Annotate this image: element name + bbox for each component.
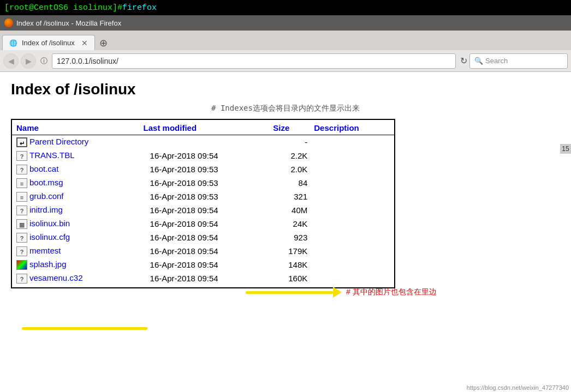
- file-link[interactable]: TRANS.TBL: [29, 150, 75, 160]
- file-modified: 16-Apr-2018 09:54: [141, 231, 271, 244]
- file-size: 24K: [271, 217, 312, 231]
- file-icon: ≡: [16, 178, 27, 188]
- file-description: [312, 149, 394, 162]
- file-link[interactable]: vesamenu.c32: [29, 273, 83, 282]
- file-name-cell: ▦isolinux.bin: [12, 217, 141, 231]
- annotation-area: Name Last modified Size Description ↵Par…: [11, 119, 560, 291]
- file-icon: ▦: [16, 219, 27, 229]
- file-link[interactable]: initrd.img: [29, 205, 63, 214]
- file-link[interactable]: isolinux.bin: [29, 219, 70, 228]
- arrow-shaft: [246, 291, 333, 294]
- tab-label: Index of /isolinux: [22, 39, 75, 47]
- url-text: 127.0.0.1/isolinux/: [57, 57, 118, 65]
- search-placeholder: Search: [485, 57, 508, 65]
- terminal-command: firefox: [122, 3, 157, 13]
- col-description: Description: [312, 122, 394, 135]
- file-link[interactable]: splash.jpg: [29, 260, 67, 269]
- browser-tab[interactable]: 🌐 Index of /isolinux ✕: [2, 35, 95, 50]
- file-link[interactable]: memtest: [29, 246, 61, 255]
- forward-button[interactable]: ▶: [21, 53, 36, 69]
- file-modified: 16-Apr-2018 09:54: [141, 203, 271, 217]
- tab-bar: 🌐 Index of /isolinux ✕ ⊕: [0, 31, 571, 50]
- file-size: 2.0K: [271, 162, 312, 176]
- page-title: Index of /isolinux: [11, 81, 560, 98]
- file-icon: ≡: [16, 192, 27, 202]
- file-link[interactable]: boot.msg: [29, 178, 63, 187]
- new-tab-button[interactable]: ⊕: [95, 37, 112, 49]
- file-icon: ?: [16, 165, 27, 174]
- file-name-cell: ≡boot.msg: [12, 176, 141, 190]
- file-icon: ?: [16, 246, 27, 256]
- table-row: ?initrd.img16-Apr-2018 09:5440M: [12, 203, 394, 217]
- table-row: ≡grub.conf16-Apr-2018 09:53321: [12, 190, 394, 203]
- search-box[interactable]: 🔍 Search: [469, 53, 568, 69]
- file-name-cell: ?isolinux.cfg: [12, 231, 141, 244]
- comment-indexes: # Indexes选项会将目录内的文件显示出来: [11, 104, 560, 113]
- tab-favicon: 🌐: [9, 39, 17, 47]
- table-row: ?TRANS.TBL16-Apr-2018 09:542.2K: [12, 149, 394, 162]
- file-modified: 16-Apr-2018 09:54: [141, 258, 271, 272]
- nav-bar: ◀ ▶ ⓘ 127.0.0.1/isolinux/ ↻ 🔍 Search: [0, 50, 571, 72]
- file-description: [312, 244, 394, 258]
- terminal-prompt: [root@CentOS6 isolinux]#: [4, 3, 122, 13]
- file-size: 40M: [271, 203, 312, 217]
- file-size: 321: [271, 190, 312, 203]
- file-modified: 16-Apr-2018 09:53: [141, 162, 271, 176]
- file-listing-box: Name Last modified Size Description ↵Par…: [11, 119, 395, 288]
- titlebar-text: Index of /isolinux - Mozilla Firefox: [16, 19, 121, 27]
- file-size: 179K: [271, 244, 312, 258]
- file-icon: ?: [16, 233, 27, 243]
- file-description: [312, 203, 394, 217]
- file-name-cell: ?TRANS.TBL: [12, 149, 141, 162]
- status-url: https://blog.csdn.net/weixin_47277340: [467, 384, 569, 391]
- file-modified: 16-Apr-2018 09:54: [141, 244, 271, 258]
- back-button[interactable]: ◀: [3, 53, 19, 69]
- file-description: [312, 272, 394, 285]
- file-link[interactable]: Parent Directory: [29, 137, 88, 146]
- file-modified: 16-Apr-2018 09:53: [141, 176, 271, 190]
- file-description: [312, 135, 394, 149]
- terminal-bar: [root@CentOS6 isolinux]# firefox: [0, 0, 571, 15]
- file-name-cell: ≡grub.conf: [12, 190, 141, 203]
- file-description: [312, 190, 394, 203]
- file-icon: ?: [16, 274, 27, 284]
- search-icon: 🔍: [474, 57, 483, 65]
- file-name-cell: ?initrd.img: [12, 203, 141, 217]
- file-description: [312, 231, 394, 244]
- scroll-indicator[interactable]: 15: [560, 144, 571, 154]
- file-icon: ?: [16, 151, 27, 161]
- file-name-cell: ?vesamenu.c32: [12, 272, 141, 285]
- col-size: Size: [271, 122, 312, 135]
- file-link[interactable]: boot.cat: [29, 164, 58, 173]
- page-content: Index of /isolinux # Indexes选项会将目录内的文件显示…: [0, 72, 571, 392]
- reload-button[interactable]: ↻: [460, 56, 467, 66]
- file-description: [312, 217, 394, 231]
- file-icon: ↵: [16, 137, 27, 147]
- arrow-annotation-splash: [22, 327, 147, 330]
- annotation-text-cfg: # 其中的图片也包含在里边: [346, 287, 437, 297]
- file-icon: ?: [16, 206, 27, 215]
- url-bar[interactable]: 127.0.0.1/isolinux/: [52, 53, 456, 69]
- file-size: 2.2K: [271, 149, 312, 162]
- file-modified: 16-Apr-2018 09:54: [141, 149, 271, 162]
- file-table: Name Last modified Size Description ↵Par…: [12, 122, 394, 285]
- arrow-shaft-2: [22, 327, 147, 330]
- file-size: -: [271, 135, 312, 149]
- info-button[interactable]: ⓘ: [39, 56, 49, 66]
- file-description: [312, 162, 394, 176]
- status-bar: https://blog.csdn.net/weixin_47277340: [465, 383, 571, 392]
- table-row: ?isolinux.cfg16-Apr-2018 09:54923: [12, 231, 394, 244]
- file-size: 923: [271, 231, 312, 244]
- table-row: ↵Parent Directory-: [12, 135, 394, 149]
- table-row: ?memtest16-Apr-2018 09:54179K: [12, 244, 394, 258]
- col-name: Name: [12, 122, 141, 135]
- file-link[interactable]: grub.conf: [29, 191, 64, 201]
- file-link[interactable]: isolinux.cfg: [29, 232, 70, 242]
- file-icon: [16, 260, 27, 270]
- table-header: Name Last modified Size Description: [12, 122, 394, 135]
- file-size: 148K: [271, 258, 312, 272]
- file-modified: 16-Apr-2018 09:54: [141, 217, 271, 231]
- tab-close-button[interactable]: ✕: [81, 39, 88, 47]
- table-row: ▦isolinux.bin16-Apr-2018 09:5424K: [12, 217, 394, 231]
- file-modified: [141, 135, 271, 149]
